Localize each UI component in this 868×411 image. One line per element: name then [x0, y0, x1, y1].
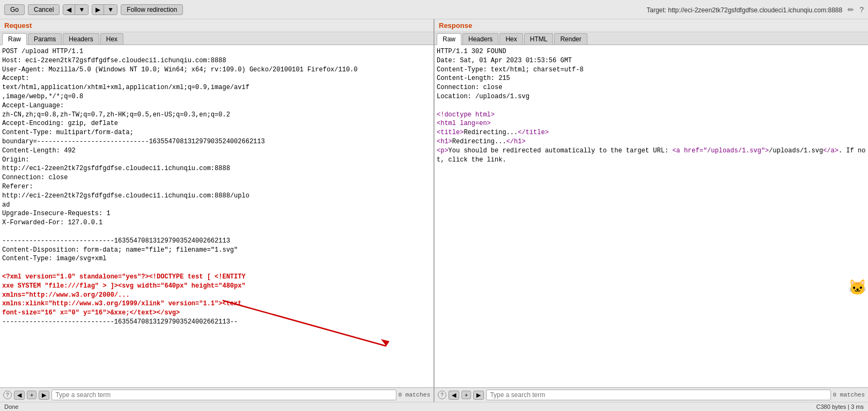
response-search-prev[interactable]: ◀ [448, 391, 459, 400]
help-icon[interactable]: ? [859, 5, 864, 14]
target-prefix: Target: [646, 6, 668, 14]
tab-response-html[interactable]: HTML [524, 33, 554, 45]
response-search-bar: ? ◀ + ▶ 0 matches [435, 387, 868, 402]
status-bytes: C380 bytes | 3 ms [816, 403, 864, 410]
request-search-input[interactable] [52, 390, 396, 400]
response-panel: Response Raw Headers Hex HTML Render HTT… [435, 19, 868, 402]
cat-widget: 🐱 [847, 271, 868, 304]
follow-redirection-button[interactable]: Follow redirection [121, 4, 183, 15]
tab-response-hex[interactable]: Hex [499, 33, 523, 45]
response-search-input[interactable] [486, 390, 830, 400]
response-content[interactable]: HTTP/1.1 302 FOUND Date: Sat, 01 Apr 202… [435, 45, 868, 387]
target-url: http://eci-2zeen2tk72gsfdfgdfse.cloudeci… [668, 6, 842, 14]
status-bar: Done C380 bytes | 3 ms [0, 402, 868, 411]
forward-dropdown-button[interactable]: ▼ [104, 5, 117, 14]
main-area: Request Raw Params Headers Hex POST /upl… [0, 19, 868, 402]
request-content[interactable]: POST /upload HTTP/1.1 Host: eci-2zeen2tk… [0, 45, 433, 387]
request-matches: 0 matches [399, 392, 430, 398]
request-panel: Request Raw Params Headers Hex POST /upl… [0, 19, 435, 402]
forward-button[interactable]: ▶ [92, 5, 104, 14]
request-search-prev[interactable]: ◀ [14, 391, 25, 400]
back-button[interactable]: ◀ [63, 5, 75, 14]
go-button[interactable]: Go [4, 4, 25, 15]
response-tabs: Raw Headers Hex HTML Render [435, 32, 868, 45]
request-search-next[interactable]: ▶ [39, 391, 49, 400]
request-search-next-add[interactable]: + [27, 391, 36, 399]
request-tabs: Raw Params Headers Hex [0, 32, 433, 45]
cancel-button[interactable]: Cancel [28, 4, 60, 15]
tab-request-params[interactable]: Params [28, 33, 62, 45]
tab-response-raw[interactable]: Raw [437, 33, 461, 45]
tab-response-render[interactable]: Render [554, 33, 587, 45]
response-matches: 0 matches [833, 392, 865, 398]
target-info: Target: http://eci-2zeen2tk72gsfdfgdfse.… [646, 5, 864, 14]
response-search-next[interactable]: ▶ [473, 391, 484, 400]
request-search-help[interactable]: ? [3, 391, 12, 399]
response-header: Response [435, 19, 868, 32]
tab-request-hex[interactable]: Hex [100, 33, 123, 45]
back-forward-group: ◀ ▼ [63, 4, 89, 15]
status-text: Done [4, 403, 18, 410]
response-search-help[interactable]: ? [438, 391, 446, 399]
response-text: HTTP/1.1 302 FOUND Date: Sat, 01 Apr 202… [437, 47, 866, 164]
edit-icon[interactable]: ✏ [848, 5, 854, 14]
response-search-next-add[interactable]: + [461, 391, 471, 399]
request-text: POST /upload HTTP/1.1 Host: eci-2zeen2tk… [2, 47, 431, 327]
tab-request-headers[interactable]: Headers [63, 33, 99, 45]
request-header: Request [0, 19, 433, 32]
back-dropdown-button[interactable]: ▼ [75, 5, 88, 14]
tab-response-headers[interactable]: Headers [462, 33, 498, 45]
forward-group: ▶ ▼ [92, 4, 117, 15]
toolbar: Go Cancel ◀ ▼ ▶ ▼ Follow redirection Tar… [0, 0, 868, 19]
tab-request-raw[interactable]: Raw [2, 33, 27, 45]
request-search-bar: ? ◀ + ▶ 0 matches [0, 387, 433, 402]
